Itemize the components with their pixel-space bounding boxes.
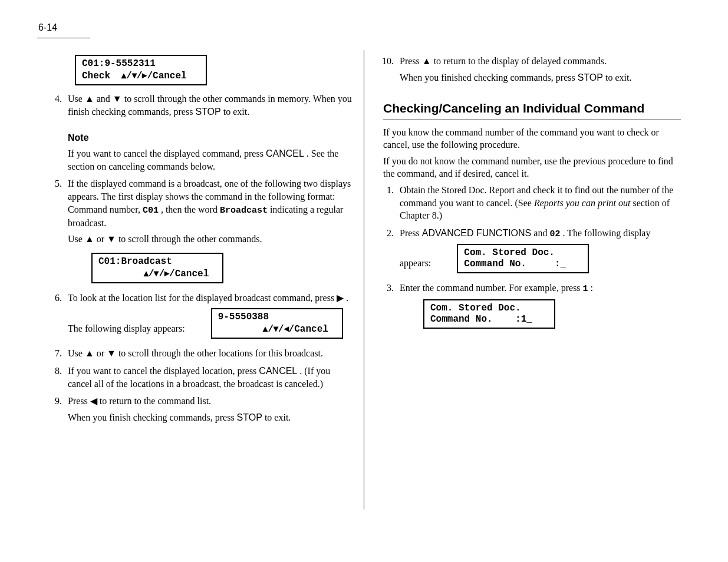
left-arrow-icon [90,395,97,408]
step4-text-b: and [97,94,113,104]
lcd-display-3: 9-5550388 ///Cancel [211,308,343,339]
column-divider [364,50,364,510]
step8-text-a: If you want to cancel the displayed loca… [68,366,259,376]
page-root: 6-14 C01:9-5552311 Check ///Cancel Use a… [0,0,728,562]
key-02: 02 [549,229,560,239]
lcd2-line1: C01:Broadcast [98,256,172,267]
right-column: Press to return to the display of delaye… [383,51,681,337]
r1-link[interactable]: Reports you can print out [534,198,631,208]
step6-text-a: To look at the location list for the dis… [68,293,337,303]
digit-1: 1 [583,284,588,294]
right-steps-bottom: Obtain the Stored Doc. Report and check … [383,184,681,332]
step4-text-a: Use [68,94,85,104]
lcd-display-2: C01:Broadcast ///Cancel [91,253,223,283]
lcd-display-1: C01:9-5552311 Check ///Cancel [75,55,207,85]
lcd5-line1: Com. Stored Doc. [430,303,521,313]
step10b-text-b: to exit. [605,72,631,82]
step9b: When you finish checking commands, press… [68,411,352,424]
step-6: To look at the location list for the dis… [64,292,352,342]
step-9: Press to return to the command list. Whe… [64,395,352,424]
step-10: Press to return to the display of delaye… [396,55,681,84]
step-r2: Press ADVANCED FUNCTIONS and 02 . The fo… [396,227,681,277]
page-number-link[interactable]: 6-14 [38,22,57,33]
up-arrow-icon [422,55,431,68]
step9b-text-a: When you finish checking commands, press [68,412,237,422]
step-7: Use or to scroll through the other locat… [64,347,352,360]
left-column: C01:9-5552311 Check ///Cancel Use and to… [51,51,352,428]
lcd2-pad [98,269,144,279]
step-4: Use and to scroll through the other comm… [64,92,352,173]
step10a-text-a: Press [400,56,422,66]
step7-text-a: Use [68,348,85,358]
left-arrow-icon [284,323,289,334]
cancel-key: CANCEL [266,148,304,158]
advanced-functions-key: ADVANCED FUNCTIONS [422,228,532,238]
down-arrow-icon [107,233,116,246]
right-steps-top: Press to return to the display of delaye… [383,55,681,84]
lcd-display-4: Com. Stored Doc. Command No. :_ [457,244,589,273]
up-arrow-icon [263,323,268,334]
r2-b: and [533,228,549,238]
lcd1-line2-suffix: /Cancel [147,71,186,81]
stop-key: STOP [195,107,220,117]
down-arrow-icon [113,92,122,105]
intro-para-1: If you know the command number of the co… [383,126,681,151]
down-arrow-icon [107,347,116,360]
lcd3-pad [218,324,263,335]
r2-a: Press [400,228,422,238]
up-arrow-icon [85,233,94,246]
step-r1: Obtain the Stored Doc. Report and check … [396,184,681,222]
note-body: If you want to cancel the displayed comm… [68,147,352,173]
step10b: When you finished checking commands, pre… [400,71,681,84]
lcd4-line1: Com. Stored Doc. [464,247,555,258]
lcd4-line2: Command No. :_ [464,259,566,269]
section-title-rule [383,120,681,120]
lcd2-line2-suffix: /Cancel [169,269,209,279]
section-title: Checking/Canceling an Individual Command [383,100,681,117]
r3-b: : [591,283,593,293]
right-arrow-icon [142,70,147,81]
cancel-key: CANCEL [259,366,297,376]
down-arrow-icon [154,267,159,279]
step7-text-c: to scroll through the other locations fo… [118,348,323,358]
step-5: If the displayed command is a broadcast,… [64,177,352,287]
step9a-text-a: Press [68,396,90,406]
up-arrow-icon [144,267,149,279]
step7-text-b: or [97,348,107,358]
intro-para-2: If you do not know the command number, u… [383,155,681,180]
lcd5-line2: Command No. :1_ [430,314,532,325]
lcd1-line2-prefix: Check [82,71,121,81]
lcd3-line1: 9-5550388 [218,312,269,322]
page-number-underline [37,38,90,38]
step9a-text-b: to return to the command list. [100,396,211,406]
stop-key: STOP [237,412,262,422]
up-arrow-icon [85,92,94,105]
down-arrow-icon [274,323,278,334]
lcd1-line1: C01:9-5552311 [82,58,156,69]
lcd3-line2-suffix: /Cancel [289,324,328,335]
right-arrow-icon [337,292,344,305]
step4-text-d: to exit. [223,107,249,117]
right-arrow-icon [164,267,169,279]
up-arrow-icon [121,70,126,81]
broadcast-word: Broadcast [220,206,268,216]
step9b-text-b: to exit. [265,412,291,422]
note-body-a: If you want to cancel the displayed comm… [68,148,266,158]
step-8: If you want to cancel the displayed loca… [64,365,352,390]
up-arrow-icon [85,347,94,360]
r3-a: Enter the command number. For example, p… [400,283,583,293]
step10b-text-a: When you finished checking commands, pre… [400,72,578,82]
down-arrow-icon [132,70,137,81]
lcd-display-5: Com. Stored Doc. Command No. :1_ [423,299,555,329]
step10a-text-b: to return to the display of delayed comm… [434,56,607,66]
stop-key: STOP [578,72,603,82]
step5-extra: Use or to scroll through the other comma… [68,233,352,246]
note-label: Note [68,131,352,144]
step-r3: Enter the command number. For example, p… [396,282,681,332]
left-steps: Use and to scroll through the other comm… [51,92,352,424]
step5-text-b: , then the word [161,204,220,214]
